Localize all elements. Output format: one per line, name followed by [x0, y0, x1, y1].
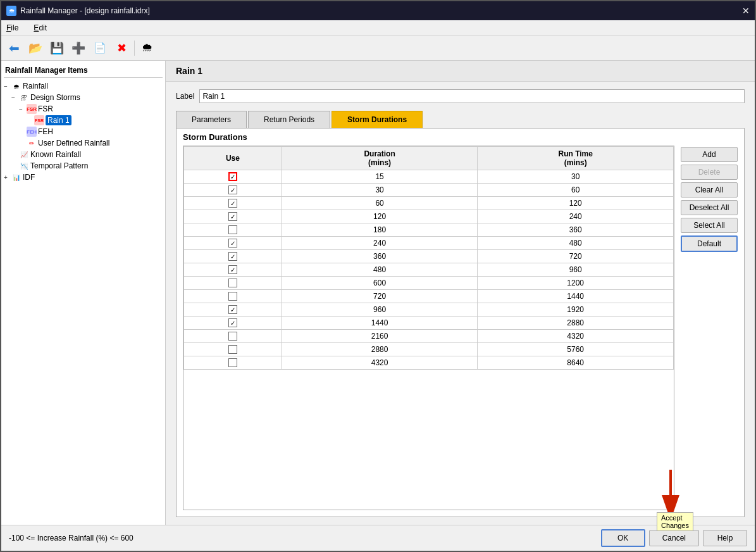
help-button[interactable]: Help	[703, 530, 747, 546]
duration-row-2: 60	[282, 197, 478, 210]
runtime-row-0: 30	[478, 170, 674, 184]
sidebar: Rainfall Manager Items − 🌧 Rainfall − ⛈ …	[1, 61, 166, 525]
runtime-row-6: 720	[478, 250, 674, 263]
toolbar-add-button[interactable]: ➕	[68, 38, 89, 58]
tree-toggle-design-storms[interactable]: −	[11, 94, 19, 101]
user-defined-icon: ✏	[27, 138, 37, 148]
checkbox-row-3[interactable]: ✓	[228, 212, 237, 221]
sidebar-item-rainfall[interactable]: − 🌧 Rainfall	[4, 80, 163, 92]
fsr-icon: FSR	[27, 104, 37, 114]
checkbox-row-0[interactable]: ✓	[228, 172, 237, 181]
sidebar-label-feh: FEH	[38, 127, 53, 136]
duration-row-5: 240	[282, 237, 478, 250]
runtime-row-11: 2880	[478, 317, 674, 330]
toolbar-new-button[interactable]: ⬅	[4, 38, 24, 58]
duration-row-1: 30	[282, 184, 478, 197]
table-area: Use Duration(mins) Run Time(mins) ✓1530✓…	[177, 146, 744, 517]
tab-parameters[interactable]: Parameters	[176, 111, 247, 128]
close-window-button[interactable]: ✕	[742, 6, 750, 16]
deselect-all-button[interactable]: Deselect All	[681, 200, 738, 215]
toolbar-open-button[interactable]: 📂	[25, 38, 46, 58]
menu-edit[interactable]: Edit	[31, 22, 49, 34]
tab-content: Storm Durations Use Duration(mins) Ru	[176, 128, 745, 517]
checkbox-row-13[interactable]	[228, 345, 237, 354]
duration-row-13: 2880	[282, 343, 478, 356]
status-bar: -100 <= Increase Rainfall (%) <= 600	[9, 529, 597, 547]
checkbox-row-4[interactable]	[228, 225, 237, 234]
checkbox-row-14[interactable]	[228, 358, 237, 367]
sidebar-item-temporal-pattern[interactable]: 📉 Temporal Pattern	[11, 160, 163, 172]
sidebar-label-idf: IDF	[23, 173, 35, 182]
checkbox-row-6[interactable]: ✓	[228, 252, 237, 261]
sidebar-label-known-rainfall: Known Rainfall	[30, 150, 81, 159]
table-row: ✓120240	[184, 210, 674, 223]
help-area: Accept Changes Help	[703, 530, 747, 546]
toolbar-copy-button[interactable]: 📄	[90, 38, 110, 58]
sidebar-item-design-storms[interactable]: − ⛈ Design Storms	[11, 92, 163, 103]
toolbar-rainfall-button[interactable]: 🌧	[137, 38, 158, 58]
table-row: ✓360720	[184, 250, 674, 263]
clear-all-button[interactable]: Clear All	[681, 182, 738, 198]
col-header-use: Use	[184, 147, 282, 170]
checkbox-row-2[interactable]: ✓	[228, 199, 237, 208]
checkbox-row-5[interactable]: ✓	[228, 239, 237, 248]
runtime-row-2: 120	[478, 197, 674, 210]
table-row: ✓240480	[184, 237, 674, 250]
label-input[interactable]	[199, 89, 745, 103]
toolbar-save-button[interactable]: 💾	[47, 38, 67, 58]
duration-row-3: 120	[282, 210, 478, 223]
table-row: 28805760	[184, 343, 674, 356]
sidebar-label-rain1: Rain 1	[46, 115, 71, 125]
sidebar-item-known-rainfall[interactable]: 📈 Known Rainfall	[11, 149, 163, 160]
tree-toggle-idf[interactable]: +	[4, 174, 11, 181]
runtime-row-14: 8640	[478, 356, 674, 370]
checkbox-row-1[interactable]: ✓	[228, 185, 237, 194]
table-row: 21604320	[184, 330, 674, 343]
col-header-runtime: Run Time(mins)	[478, 147, 674, 170]
table-wrapper: Use Duration(mins) Run Time(mins) ✓1530✓…	[183, 146, 674, 510]
panel-content: Label Parameters Return Periods Storm Du…	[166, 82, 755, 525]
default-button[interactable]: Default	[681, 235, 738, 252]
runtime-row-10: 1920	[478, 303, 674, 317]
footer-area: -100 <= Increase Rainfall (%) <= 600 OK …	[1, 525, 755, 551]
panel-header: Rain 1	[166, 61, 755, 82]
table-row: ✓1530	[184, 170, 674, 184]
tabs: Parameters Return Periods Storm Duration…	[176, 111, 745, 128]
select-all-button[interactable]: Select All	[681, 218, 738, 233]
toolbar-delete-button[interactable]: ✖	[111, 38, 132, 58]
idf-icon: 📊	[11, 172, 22, 182]
cancel-button[interactable]: Cancel	[649, 530, 699, 546]
fsr-small-icon: FSR	[34, 115, 44, 125]
duration-row-10: 960	[282, 303, 478, 317]
duration-row-9: 720	[282, 290, 478, 303]
checkbox-row-9[interactable]	[228, 292, 237, 301]
bottom-buttons: -100 <= Increase Rainfall (%) <= 600 OK …	[1, 525, 755, 551]
table-scroll[interactable]: Use Duration(mins) Run Time(mins) ✓1530✓…	[183, 146, 674, 510]
checkbox-row-12[interactable]	[228, 332, 237, 341]
menu-file[interactable]: File	[4, 22, 21, 34]
tab-storm-durations[interactable]: Storm Durations	[332, 111, 423, 128]
sidebar-item-rain1[interactable]: FSR Rain 1	[27, 115, 163, 126]
sidebar-item-idf[interactable]: + 📊 IDF	[4, 172, 163, 183]
runtime-row-4: 360	[478, 223, 674, 237]
checkbox-row-11[interactable]: ✓	[228, 318, 237, 327]
tree-toggle-rainfall[interactable]: −	[4, 83, 11, 90]
add-button[interactable]: Add	[681, 147, 738, 162]
ok-button[interactable]: OK	[601, 529, 645, 547]
delete-button[interactable]: Delete	[681, 165, 738, 180]
runtime-row-1: 60	[478, 184, 674, 197]
sidebar-item-fsr[interactable]: − FSR FSR	[19, 103, 163, 115]
sidebar-item-user-defined[interactable]: ✏ User Defined Rainfall	[19, 137, 163, 149]
app-icon: 🌧	[6, 6, 16, 16]
toolbar-separator	[134, 41, 135, 56]
tab-return-periods[interactable]: Return Periods	[248, 111, 330, 128]
sidebar-item-feh[interactable]: FEH FEH	[19, 126, 163, 137]
checkbox-row-10[interactable]: ✓	[228, 305, 237, 314]
duration-row-4: 180	[282, 223, 478, 237]
feh-icon: FEH	[27, 127, 37, 137]
checkbox-row-7[interactable]: ✓	[228, 265, 237, 274]
title-bar-text: Rainfall Manager - [design rainfall.idrx…	[20, 6, 150, 15]
tree-toggle-fsr[interactable]: −	[19, 106, 27, 113]
duration-row-8: 600	[282, 277, 478, 290]
checkbox-row-8[interactable]	[228, 279, 237, 287]
